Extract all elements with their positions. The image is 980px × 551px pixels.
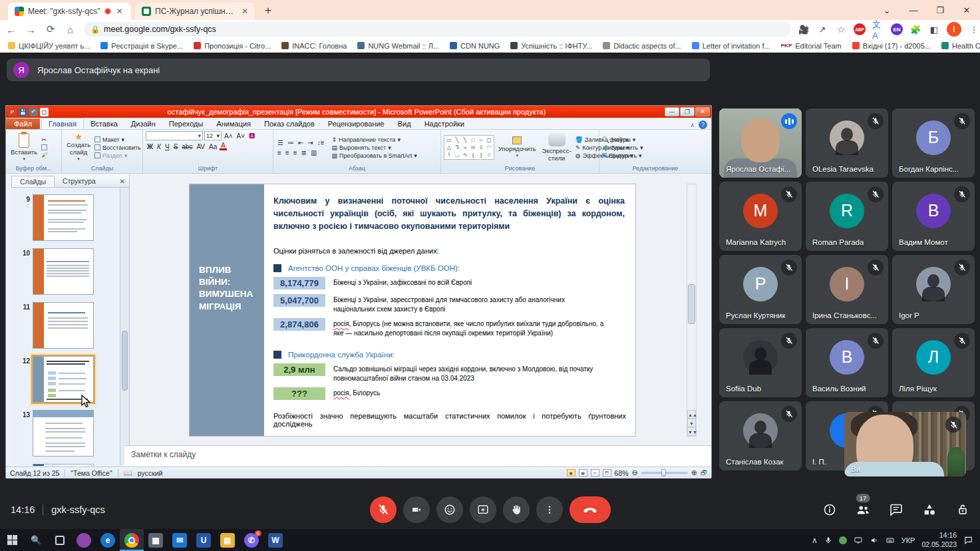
participant-tile[interactable]: РРуслан Куртяник (719, 255, 802, 324)
bookmark-item[interactable]: Успішність :: ІФНТУ... (510, 42, 592, 50)
char-spacing-button[interactable]: AV (195, 143, 206, 150)
forward-icon[interactable]: → (23, 21, 40, 38)
bold-button[interactable]: Ж (146, 143, 154, 150)
bookmark-item[interactable]: Реєстрація в Skype... (100, 42, 183, 50)
ppt-restore-button[interactable]: ❐ (680, 107, 695, 116)
participant-tile[interactable]: ББогдан Карпінс... (892, 108, 975, 178)
panel-close-icon[interactable]: ✕ (120, 178, 129, 185)
participant-tile[interactable]: ІІрина Станьковс... (806, 255, 888, 324)
reactions-button[interactable] (436, 496, 463, 523)
align-center-icon[interactable]: ≡ (284, 149, 291, 156)
find-button[interactable]: 🔍 Найти (602, 136, 643, 143)
bookmark-item[interactable]: PKPEditorial Team (781, 42, 842, 50)
participant-tile[interactable]: RRoman Parada (806, 182, 888, 251)
bookmark-item[interactable]: ЦКІФЦІЙУ уеявпт ь... (8, 42, 90, 50)
tray-chevron-icon[interactable]: ∧ (812, 536, 818, 545)
participants-button[interactable]: 17 (855, 502, 871, 518)
close-button[interactable]: ✕ (953, 0, 980, 20)
align-left-icon[interactable]: ≡ (276, 149, 283, 156)
taskbar-app-purple[interactable] (72, 529, 96, 551)
slide-thumbnail-9[interactable] (33, 194, 94, 241)
columns-icon[interactable]: ▥ (309, 149, 318, 156)
spellcheck-icon[interactable]: 📖 (124, 468, 132, 477)
raise-hand-button[interactable] (503, 496, 530, 523)
camera-toggle-button[interactable] (403, 496, 430, 523)
bullets-icon[interactable]: ☰ (276, 139, 285, 146)
normal-view-icon[interactable]: ▣ (567, 469, 575, 476)
underline-button[interactable]: Ч (164, 143, 171, 150)
mic-toggle-button[interactable] (370, 496, 397, 523)
tab-outline[interactable]: Структура (55, 176, 104, 186)
font-size-select[interactable]: 12▾ (204, 131, 222, 140)
slide-thumbnail-13[interactable] (33, 410, 94, 457)
section-button[interactable]: Раздел ▾ (94, 152, 141, 159)
bookmark-star-icon[interactable]: ☆ (835, 23, 847, 35)
previous-slide-button[interactable]: ▲▲ (687, 410, 696, 419)
translate-extension-icon[interactable]: 文A (872, 23, 884, 35)
taskbar-start[interactable] (0, 529, 24, 551)
sorter-view-icon[interactable]: ▦ (579, 469, 587, 476)
slideshow-icon[interactable]: ▢ (40, 108, 49, 116)
chat-button[interactable] (888, 502, 904, 518)
share-icon[interactable]: ↗ (816, 23, 828, 35)
tray-display-icon[interactable] (854, 536, 863, 544)
bookmark-item[interactable]: Letter of invitation f... (692, 42, 770, 50)
home-icon[interactable]: ⌂ (62, 21, 79, 38)
indent-more-icon[interactable]: ⇥ (306, 139, 314, 146)
fit-window-icon[interactable]: 🗗 (701, 469, 707, 476)
activities-button[interactable] (921, 502, 937, 518)
grow-font-icon[interactable]: A˄ (223, 132, 234, 140)
shapes-gallery[interactable]: ▭╲╲□○▢ △ᒉ⤷⇨⇩◠ ⌇◡∿{}☆ (444, 135, 494, 160)
reading-view-icon[interactable]: ▭ (591, 469, 599, 476)
profile-avatar[interactable]: I (947, 22, 961, 37)
save-icon[interactable]: 💾 (19, 108, 27, 116)
numbering-icon[interactable]: ≔ (286, 139, 295, 146)
tray-shield-icon[interactable] (839, 536, 847, 544)
slide-thumbnail-10[interactable] (33, 248, 94, 295)
zoom-in-icon[interactable]: ⊕ (691, 468, 697, 477)
select-button[interactable]: ⇱ Выделить ▾ (602, 152, 643, 159)
browser-kebab-menu-icon[interactable]: ⋮ (968, 23, 980, 35)
participant-tile[interactable]: ЛЛіля Ріщук (892, 328, 975, 397)
tray-keyboard-icon[interactable] (886, 536, 895, 544)
ribbon-tab-Вставка[interactable]: Вставка (84, 118, 124, 129)
replace-button[interactable]: ab Заменить ▾ (602, 144, 643, 151)
cut-icon[interactable]: ✂ (41, 136, 47, 143)
ribbon-tab-Надстройки[interactable]: Надстройки (418, 118, 471, 129)
self-view-tile[interactable]: Ви (844, 412, 966, 476)
tray-clock[interactable]: 14:16 02.05.2023 (921, 531, 957, 548)
reload-icon[interactable]: ⟳ (42, 21, 59, 38)
taskbar-mail[interactable]: ✉ (168, 529, 192, 551)
taskbar-task-view[interactable] (48, 529, 72, 551)
participant-tile[interactable]: ВВадим Момот (892, 182, 975, 251)
en-extension-icon[interactable]: EN (891, 23, 903, 35)
back-icon[interactable]: ← (3, 21, 20, 38)
bookmark-item[interactable]: CDN NUNG (450, 42, 500, 50)
tray-language[interactable]: УКР (901, 536, 915, 544)
ppt-minimize-button[interactable]: — (665, 107, 679, 116)
browser-menu-chevron-icon[interactable]: ⌄ (874, 0, 900, 20)
next-slide-button2[interactable]: ▼▼ (687, 427, 696, 436)
taskbar-edge[interactable]: e (96, 529, 120, 551)
reset-button[interactable]: Восстановить (94, 144, 141, 151)
arrange-button[interactable]: Упорядочить▾ (496, 136, 538, 159)
new-tab-button[interactable]: + (260, 3, 276, 19)
help-icon[interactable]: ? (699, 120, 707, 129)
justify-icon[interactable]: ≣ (300, 149, 308, 156)
tab-slides[interactable]: Слайды (11, 176, 55, 187)
bookmark-item[interactable]: Вхідні (17) - d2005... (852, 42, 931, 50)
ribbon-collapse-icon[interactable]: ∧ (690, 122, 695, 128)
undo-icon[interactable]: ↶ (29, 108, 38, 116)
slide[interactable]: ВПЛИВ ВІЙНИ: ВИМУШЕНА МІГРАЦІЯ Ключовим … (189, 184, 636, 437)
tab-close-icon[interactable]: ✕ (240, 7, 249, 16)
taskbar-viber[interactable]: ✆6 (240, 529, 263, 551)
present-button[interactable] (470, 496, 496, 523)
slide-thumbnail-14[interactable] (33, 464, 94, 466)
quick-styles-button[interactable]: Экспресс-стили (540, 132, 573, 162)
participant-tile[interactable]: OLesia Taraevska (806, 108, 888, 178)
bookmark-item[interactable]: Пропозиція - Citro... (194, 42, 271, 50)
participant-tile[interactable]: Ярослав Остафі... (719, 108, 802, 178)
participant-tile[interactable]: ВВасиль Возний (806, 328, 888, 397)
italic-button[interactable]: К (156, 143, 162, 150)
align-text-button[interactable]: ▤ Выровнять текст ▾ (332, 144, 417, 151)
